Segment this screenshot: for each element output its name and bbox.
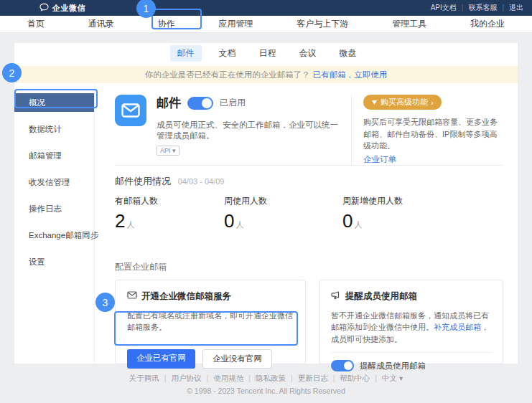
megaphone-icon (331, 291, 341, 302)
premium-panel: 购买高级功能 › 购买后可享受无限邮箱容量、更多业务邮箱、邮件自动备份、IP限制… (351, 95, 503, 165)
stat-label: 有邮箱人数 (115, 195, 224, 207)
nav-item-customers[interactable]: 客户与上下游 (297, 18, 348, 30)
stat-has-mailbox: 有邮箱人数 2人 (115, 195, 224, 235)
remind-toggle-label: 提醒成员使用邮箱 (360, 361, 426, 371)
gem-icon (371, 98, 378, 107)
sidebar-item-send-receive[interactable]: 收发信管理 (14, 173, 94, 191)
nav-item-apps[interactable]: 应用管理 (218, 18, 253, 30)
callout-badge-3: 3 (95, 293, 115, 312)
language-selector[interactable]: 中文 ▾ (370, 374, 403, 384)
stat-unit: 人 (235, 220, 243, 229)
sidebar-item-statistics[interactable]: 数据统计 (14, 120, 94, 138)
topbar-link-support[interactable]: 联系客服 (457, 3, 498, 13)
footer-link-privacy[interactable]: 隐私政策 (243, 374, 286, 384)
tab-meeting[interactable]: 会议 (294, 45, 322, 62)
stat-weekly-active: 周使用人数 0人 (224, 195, 342, 235)
wework-logo[interactable]: 企业微信 (39, 3, 85, 14)
topbar-links: API文档 联系客服 退出 (431, 3, 523, 13)
annotation-box-collaboration (151, 9, 202, 29)
tab-calendar[interactable]: 日程 (253, 45, 282, 62)
footer-link-about[interactable]: 关于腾讯 (129, 374, 159, 384)
chevron-right-icon: › (431, 98, 434, 107)
annotation-box-website-buttons (114, 311, 298, 346)
sidebar-item-mailbox-mgmt[interactable]: 邮箱管理 (14, 146, 94, 165)
buy-premium-label: 购买高级功能 (381, 97, 428, 108)
sidebar-item-exchange-sync[interactable]: Exchange邮箱同步 (14, 226, 94, 245)
mail-info: 邮件 已启用 成员可使用正式、安全的工作邮箱，企业可以统一管理成员邮箱。 API… (157, 95, 341, 165)
collab-tabs: 邮件 文档 日程 会议 微盘 (14, 43, 518, 63)
usage-section-header: 邮件使用情况 04/03 - 04/09 (115, 175, 503, 188)
open-card-title: 开通企业微信邮箱服务 (141, 290, 231, 303)
remind-divider (331, 352, 491, 353)
notice-use-existing-link[interactable]: 已有邮箱，立即使用 (313, 70, 388, 80)
usage-stats: 有邮箱人数 2人 周使用人数 0人 周新增使用人数 0人 (115, 195, 503, 235)
buy-premium-button[interactable]: 购买高级功能 › (363, 95, 442, 110)
remind-members-toggle[interactable] (331, 360, 354, 371)
nav-item-admin-tools[interactable]: 管理工具 (392, 18, 426, 30)
tab-docs[interactable]: 文档 (213, 45, 242, 62)
logo-text: 企业微信 (52, 3, 85, 14)
stat-unit: 人 (126, 220, 134, 229)
footer-link-changelog[interactable]: 更新日志 (286, 374, 328, 384)
stat-unit: 人 (354, 220, 362, 229)
topbar-link-logout[interactable]: 退出 (497, 3, 523, 13)
stat-label: 周新增使用人数 (342, 195, 403, 207)
stat-value: 0 (342, 210, 353, 232)
has-website-button[interactable]: 企业已有官网 (127, 349, 195, 369)
usage-title: 邮件使用情况 (115, 176, 171, 186)
notice-question: 你的企业是否已经有正在使用的企业邮箱了？ (145, 70, 310, 80)
nav-item-contacts[interactable]: 通讯录 (88, 18, 114, 30)
chat-bubble-icon (39, 3, 49, 13)
remind-members-card: 提醒成员使用邮箱 暂不开通企业微信邮箱服务，通知成员将已有邮箱添加到企业微信中使… (319, 280, 503, 364)
main-nav: 首页 通讯录 协作 应用管理 客户与上下游 管理工具 我的企业 (0, 16, 532, 33)
mail-status-label: 已启用 (220, 97, 246, 109)
existing-mailbox-notice: 你的企业是否已经有正在使用的企业邮箱了？ 已有邮箱，立即使用 (14, 66, 518, 83)
sidebar-item-logs[interactable]: 操作日志 (14, 199, 94, 218)
config-section-title: 配置企业邮箱 (115, 261, 503, 273)
stat-value: 2 (115, 210, 125, 232)
stat-label: 周使用人数 (224, 195, 342, 207)
stat-weekly-new: 周新增使用人数 0人 (342, 195, 403, 235)
footer: 关于腾讯 用户协议 使用规范 隐私政策 更新日志 帮助中心 中文 ▾ © 199… (0, 374, 532, 395)
footer-link-help[interactable]: 帮助中心 (328, 374, 370, 384)
envelope-icon (127, 291, 137, 301)
tab-drive[interactable]: 微盘 (334, 45, 363, 62)
section-divider (115, 165, 503, 166)
mail-title: 邮件 (157, 95, 181, 111)
supplement-mailbox-link[interactable]: 补充成员邮箱 (434, 323, 481, 331)
nav-item-home[interactable]: 首页 (27, 18, 45, 30)
tab-mail[interactable]: 邮件 (170, 45, 202, 62)
topbar-link-api-docs[interactable]: API文档 (431, 3, 457, 13)
callout-badge-2: 2 (2, 63, 22, 82)
mail-app-icon (115, 95, 146, 126)
topbar: 企业微信 API文档 联系客服 退出 (0, 0, 532, 16)
footer-links: 关于腾讯 用户协议 使用规范 隐私政策 更新日志 帮助中心 中文 ▾ (0, 374, 532, 384)
annotation-box-overview (14, 89, 98, 108)
mail-header: 邮件 已启用 成员可使用正式、安全的工作邮箱，企业可以统一管理成员邮箱。 API… (115, 95, 503, 165)
usage-date-range: 04/03 - 04/09 (178, 177, 225, 186)
company-orders-link[interactable]: 企业订单 (363, 154, 396, 165)
nav-item-my-company[interactable]: 我的企业 (470, 18, 505, 30)
mail-sidebar: 概况 数据统计 邮箱管理 收发信管理 操作日志 Exchange邮箱同步 设置 (14, 83, 95, 364)
stat-value: 0 (224, 210, 234, 232)
copyright: © 1998 - 2023 Tencent Inc. All Rights Re… (0, 387, 532, 395)
mail-description: 成员可使用正式、安全的工作邮箱，企业可以统一管理成员邮箱。 (157, 120, 341, 141)
footer-link-agreement[interactable]: 用户协议 (159, 374, 202, 384)
remind-card-title: 提醒成员使用邮箱 (345, 290, 417, 303)
premium-description: 购买后可享受无限邮箱容量、更多业务邮箱、邮件自动备份、IP限制等多项高级功能。 (363, 116, 503, 152)
footer-link-usage-rules[interactable]: 使用规范 (201, 374, 243, 384)
no-website-button[interactable]: 企业没有官网 (202, 349, 272, 369)
api-dropdown[interactable]: API ▾ (157, 146, 179, 156)
sidebar-item-settings[interactable]: 设置 (14, 252, 94, 271)
mail-enabled-toggle[interactable] (187, 97, 213, 110)
